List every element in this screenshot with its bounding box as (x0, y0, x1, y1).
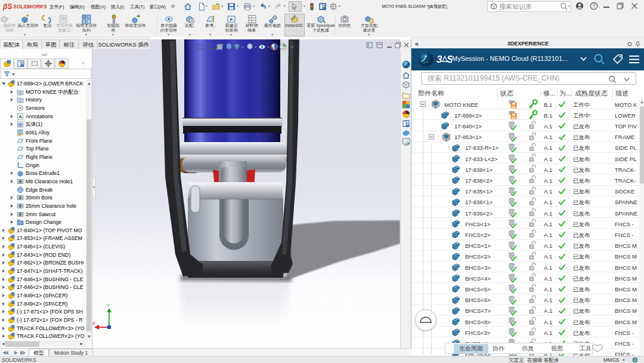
svg-text:βS: βS (3, 2, 12, 11)
svg-text:S: S (447, 54, 452, 65)
svg-text:?: ? (593, 3, 596, 9)
svg-text:A: A (18, 114, 22, 119)
svg-text:3: 3 (436, 54, 442, 65)
svg-text:Y: Y (107, 303, 110, 307)
svg-text:WORKS: WORKS (27, 4, 47, 10)
svg-text:SOLID: SOLID (13, 4, 29, 10)
svg-text:X: X (92, 321, 95, 325)
